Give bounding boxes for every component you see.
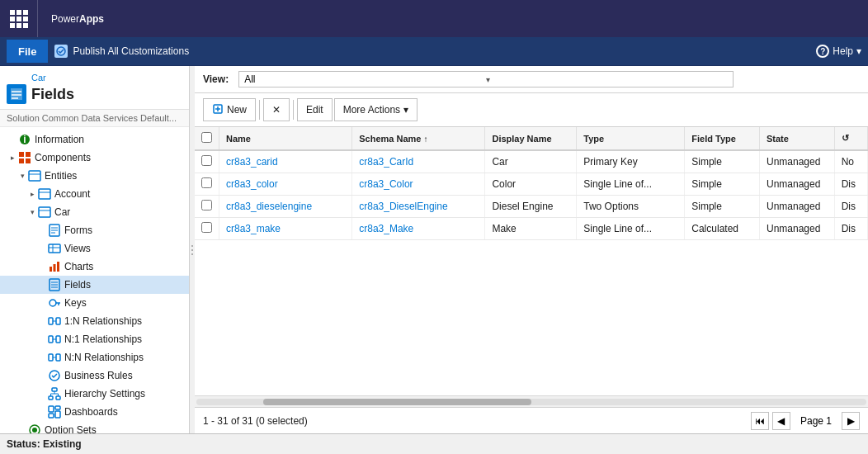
row-type: Single Line of... — [577, 218, 685, 240]
col-header-fieldtype[interactable]: Field Type — [685, 127, 760, 150]
schema-name-link[interactable]: cr8a3_DieselEngine — [359, 201, 447, 212]
row-name[interactable]: cr8a3_dieselengine — [219, 196, 352, 218]
prev-page-button[interactable]: ◀ — [772, 412, 790, 430]
col-header-name[interactable]: Name — [219, 127, 352, 150]
field-name-link[interactable]: cr8a3_color — [226, 178, 278, 190]
row-extra: No — [834, 150, 867, 173]
schema-name-link[interactable]: cr8a3_Color — [359, 178, 413, 190]
sidebar-item-views[interactable]: Views — [0, 239, 189, 258]
page-title: Fields — [31, 86, 74, 103]
sidebar-item-hierarchy-settings[interactable]: Hierarchy Settings — [0, 385, 189, 403]
select-all-checkbox[interactable] — [201, 132, 212, 143]
new-button[interactable]: New — [203, 98, 256, 121]
first-page-button[interactable]: ⏮ — [751, 412, 769, 430]
edit-button[interactable]: Edit — [297, 98, 333, 121]
col-header-display[interactable]: Display Name — [485, 127, 577, 150]
sidebar-item-information[interactable]: i Information — [0, 130, 189, 149]
svg-rect-25 — [54, 264, 56, 272]
row-checkbox[interactable] — [201, 177, 212, 188]
file-button[interactable]: File — [7, 40, 48, 63]
row-checkbox-cell[interactable] — [195, 196, 219, 218]
table-row[interactable]: cr8a3_make cr8a3_Make Make Single Line o… — [195, 218, 868, 240]
sidebar-item-label: Entities — [45, 170, 77, 182]
fields-icon — [7, 84, 26, 104]
svg-rect-21 — [49, 244, 60, 253]
next-page-button[interactable]: ▶ — [842, 412, 860, 430]
sidebar-item-option-sets[interactable]: Option Sets — [0, 421, 189, 433]
sidebar-item-label: Views — [64, 243, 91, 254]
sidebar-item-charts[interactable]: Charts — [0, 258, 189, 276]
more-actions-button[interactable]: More Actions ▾ — [334, 98, 417, 121]
publish-action[interactable]: Publish All Customizations — [54, 45, 189, 58]
col-header-schema[interactable]: Schema Name ↑ — [352, 127, 485, 150]
schema-name-link[interactable]: cr8a3_Make — [359, 223, 413, 234]
help-icon: ? — [816, 45, 829, 58]
table-row[interactable]: cr8a3_color cr8a3_Color Color Single Lin… — [195, 173, 868, 196]
sidebar-item-car[interactable]: ▾ Car — [0, 203, 189, 221]
row-schema[interactable]: cr8a3_Color — [352, 173, 485, 196]
sidebar-item-account[interactable]: ▸ Account — [0, 185, 189, 203]
solution-label: Solution Common Data Services Default... — [0, 110, 189, 127]
sidebar-item-nn-relationships[interactable]: N:N Relationships — [0, 348, 189, 367]
col-header-check[interactable] — [195, 127, 219, 150]
col-header-type[interactable]: Type — [577, 127, 685, 150]
row-name[interactable]: cr8a3_color — [219, 173, 352, 196]
row-schema[interactable]: cr8a3_Make — [352, 218, 485, 240]
row-checkbox[interactable] — [201, 200, 212, 210]
col-header-state[interactable]: State — [759, 127, 834, 150]
sidebar-item-label: N:N Relationships — [64, 352, 144, 363]
row-schema[interactable]: cr8a3_DieselEngine — [352, 196, 485, 218]
svg-rect-40 — [49, 354, 53, 361]
field-name-link[interactable]: cr8a3_make — [226, 223, 281, 234]
row-checkbox-cell[interactable] — [195, 150, 219, 173]
sidebar-item-label: 1:N Relationships — [64, 315, 142, 327]
field-name-link[interactable]: cr8a3_dieselengine — [226, 201, 312, 212]
view-select[interactable]: All ▾ — [238, 71, 734, 87]
schema-name-link[interactable]: cr8a3_CarId — [359, 156, 413, 168]
sidebar-item-keys[interactable]: Keys — [0, 294, 189, 312]
row-checkbox[interactable] — [201, 222, 212, 233]
sidebar-item-1n-relationships[interactable]: 1:N Relationships — [0, 312, 189, 330]
row-checkbox-cell[interactable] — [195, 218, 219, 240]
page-title-area: Fields — [7, 83, 182, 106]
horizontal-scrollbar[interactable] — [195, 395, 868, 407]
field-name-link[interactable]: cr8a3_carid — [226, 156, 278, 168]
table-row[interactable]: cr8a3_dieselengine cr8a3_DieselEngine Di… — [195, 196, 868, 218]
sidebar-item-dashboards[interactable]: Dashboards — [0, 403, 189, 421]
row-name[interactable]: cr8a3_make — [219, 218, 352, 240]
pagination-bar: 1 - 31 of 31 (0 selected) ⏮ ◀ Page 1 ▶ — [195, 407, 868, 433]
scroll-track[interactable] — [196, 399, 866, 405]
waffle-button[interactable] — [0, 0, 37, 37]
action-bar: New ✕ Edit More Actions ▾ — [195, 93, 868, 127]
ribbon-bar: File Publish All Customizations ? Help ▾ — [0, 37, 868, 66]
row-type: Primary Key — [577, 150, 685, 173]
sidebar-item-n1-relationships[interactable]: N:1 Relationships — [0, 330, 189, 348]
breadcrumb: Car — [7, 73, 182, 83]
toggle-spacer — [36, 370, 48, 381]
scroll-thumb[interactable] — [263, 399, 531, 405]
row-checkbox[interactable] — [201, 155, 212, 166]
sidebar-item-business-rules[interactable]: Business Rules — [0, 367, 189, 385]
row-checkbox-cell[interactable] — [195, 173, 219, 196]
svg-rect-51 — [49, 406, 54, 412]
sidebar-item-label: Account — [54, 188, 90, 200]
svg-rect-44 — [52, 388, 57, 391]
table-header-row: Name Schema Name ↑ Display Name Type Fie… — [195, 127, 868, 150]
sidebar-item-label: Components — [35, 152, 91, 163]
more-actions-arrow: ▾ — [403, 104, 408, 116]
svg-rect-45 — [49, 396, 53, 400]
svg-point-31 — [50, 300, 56, 306]
help-button[interactable]: ? Help ▾ — [816, 45, 861, 58]
table-row[interactable]: cr8a3_carid cr8a3_CarId Car Primary Key … — [195, 150, 868, 173]
svg-rect-26 — [57, 262, 59, 272]
svg-rect-54 — [55, 411, 60, 418]
delete-button[interactable]: ✕ — [263, 98, 290, 121]
row-name[interactable]: cr8a3_carid — [219, 150, 352, 173]
sidebar-item-label: Option Sets — [45, 424, 97, 433]
sidebar-item-components[interactable]: ▸ Components — [0, 149, 189, 167]
svg-rect-52 — [55, 406, 60, 409]
sidebar-item-forms[interactable]: Forms — [0, 221, 189, 239]
row-schema[interactable]: cr8a3_CarId — [352, 150, 485, 173]
sidebar-item-entities[interactable]: ▾ Entities — [0, 167, 189, 185]
sidebar-item-fields[interactable]: Fields — [0, 276, 189, 294]
